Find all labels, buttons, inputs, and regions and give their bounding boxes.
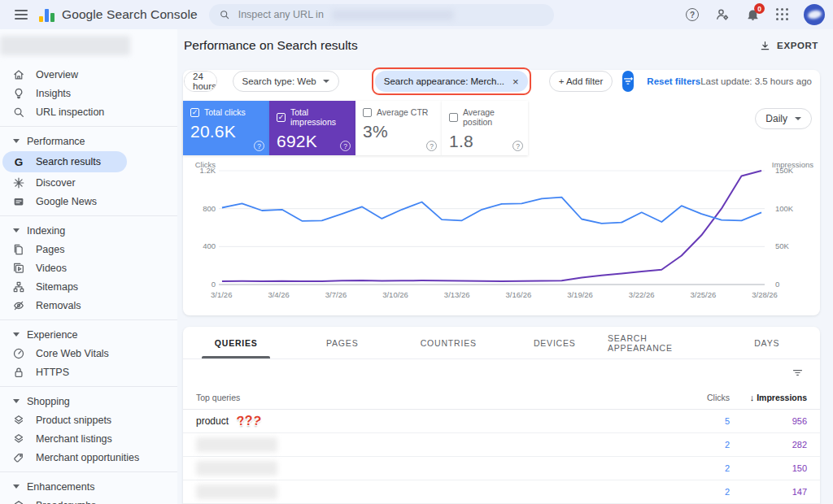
property-selector-redacted[interactable] (0, 36, 130, 55)
google-news-icon (12, 195, 25, 208)
sidebar-item-pages[interactable]: Pages (0, 240, 177, 259)
sidebar-item-label: Pages (36, 244, 64, 255)
impressions-value: 956 (730, 416, 807, 426)
chart-plot-area (219, 170, 765, 285)
page-title: Performance on Search results (184, 38, 358, 53)
sidebar-divider (0, 319, 177, 320)
sidebar-section-enhancements[interactable]: Enhancements (0, 477, 177, 496)
help-button[interactable]: ? (683, 6, 701, 24)
sidebar-item-core-web-vitals[interactable]: Core Web Vitals (0, 344, 177, 363)
granularity-dropdown[interactable]: Daily (755, 108, 812, 129)
notifications-button[interactable]: 0 (744, 6, 761, 24)
chevron-down-icon (13, 484, 20, 489)
sidebar-item-sitemaps[interactable]: Sitemaps (0, 277, 177, 296)
tab-devices[interactable]: DEVICES (502, 327, 608, 358)
sidebar-item-label: Breadcrumbs (36, 500, 96, 504)
pages-doc-icon (12, 243, 25, 256)
sidebar-item-removals[interactable]: Removals (0, 296, 177, 315)
search-appearance-chip[interactable]: Search appearance: Merch... × (375, 71, 528, 92)
filter-settings-button[interactable] (622, 71, 634, 92)
close-icon[interactable]: × (512, 76, 519, 88)
column-impressions[interactable]: ↓Impressions (730, 393, 807, 402)
sidebar-item-https[interactable]: HTTPS (0, 363, 177, 381)
total-impressions-card[interactable]: ✓ Total impressions 692K ? (269, 101, 355, 155)
sidebar-divider (0, 126, 177, 127)
sidebar-item-product-snippets[interactable]: Product snippets (0, 411, 177, 429)
eye-off-icon (12, 299, 25, 312)
checkbox-unchecked-icon[interactable] (449, 113, 458, 122)
add-filter-button[interactable]: + Add filter (549, 71, 613, 92)
sidebar-item-videos[interactable]: Videos (0, 259, 177, 277)
column-clicks[interactable]: Clicks (640, 393, 730, 402)
sidebar-item-merchant-listings[interactable]: Merchant listings (0, 429, 177, 448)
sidebar-item-insights[interactable]: Insights (0, 84, 177, 102)
metric-label: Total impressions (290, 107, 348, 127)
account-avatar[interactable] (804, 4, 825, 25)
help-icon[interactable]: ? (254, 141, 264, 151)
redacted-query (196, 461, 277, 476)
metric-value: 692K (277, 132, 348, 151)
app-top-bar: Google Search Console Inspect any URL in… (0, 0, 833, 29)
section-label: Enhancements (27, 481, 94, 493)
sidebar-item-merchant-opportunities[interactable]: Merchant opportunities (0, 448, 177, 467)
filter-list-icon[interactable] (792, 367, 804, 379)
url-inspect-input[interactable]: Inspect any URL in (209, 4, 554, 26)
performance-chart-svg (219, 170, 765, 285)
chevron-down-icon (323, 80, 329, 83)
section-label: Indexing (27, 225, 65, 237)
total-clicks-card[interactable]: ✓ Total clicks 20.6K ? (183, 101, 269, 155)
clicks-line (222, 198, 761, 224)
sidebar-item-url-inspection[interactable]: URL inspection (0, 102, 177, 121)
sidebar-item-search-results[interactable]: G Search results (2, 151, 127, 172)
checkbox-checked-icon[interactable]: ✓ (277, 113, 286, 122)
sidebar-item-breadcrumbs[interactable]: Breadcrumbs (0, 496, 177, 504)
chevron-down-icon (795, 117, 801, 120)
tab-queries[interactable]: QUERIES (183, 327, 290, 358)
sidebar-section-performance[interactable]: Performance (0, 132, 177, 150)
table-row[interactable]: 2 147 (183, 480, 820, 504)
help-icon[interactable]: ? (340, 141, 351, 151)
sidebar-item-label: Videos (36, 263, 67, 274)
tab-pages[interactable]: PAGES (290, 327, 396, 358)
sidebar-item-discover[interactable]: Discover (0, 173, 177, 192)
export-button[interactable]: EXPORT (759, 40, 818, 52)
help-icon[interactable]: ? (426, 141, 437, 151)
column-top-queries[interactable]: Top queries (196, 393, 640, 402)
hamburger-menu-icon[interactable] (11, 4, 33, 25)
sidebar-item-overview[interactable]: Overview (0, 65, 177, 84)
checkbox-checked-icon[interactable]: ✓ (190, 108, 199, 117)
metric-label: Average position (463, 107, 521, 127)
range-24-hours[interactable]: 24 hours (185, 72, 217, 91)
clicks-value: 2 (640, 440, 730, 450)
main-content: Performance on Search results EXPORT 24 … (177, 29, 833, 504)
google-apps-button[interactable] (774, 6, 792, 24)
chevron-down-icon (13, 228, 20, 232)
tab-days[interactable]: DAYS (714, 327, 821, 358)
user-settings-button[interactable] (713, 6, 731, 24)
section-label: Experience (27, 329, 78, 341)
checkbox-unchecked-icon[interactable] (363, 108, 372, 117)
download-icon (759, 40, 771, 52)
help-icon[interactable]: ? (512, 141, 523, 151)
sidebar-item-label: Merchant opportunities (36, 452, 139, 463)
sidebar-item-google-news[interactable]: Google News (0, 192, 177, 211)
search-type-chip[interactable]: Search type: Web (233, 71, 339, 92)
sidebar-section-shopping[interactable]: Shopping (0, 392, 177, 411)
table-row[interactable]: 2 282 (183, 433, 820, 457)
tab-search-appearance[interactable]: SEARCH APPEARANCE (608, 327, 714, 358)
dimension-tabs: QUERIES PAGES COUNTRIES DEVICES SEARCH A… (183, 327, 820, 359)
sidebar-section-indexing[interactable]: Indexing (0, 221, 177, 240)
tab-countries[interactable]: COUNTRIES (395, 327, 502, 358)
right-axis: Impressions 150K 100K 50K 0 (768, 160, 813, 305)
sidebar-item-label: Insights (36, 88, 71, 99)
last-update-status: Last update: 3.5 hours ago (700, 76, 812, 86)
average-position-card[interactable]: Average position 1.8 ? (442, 101, 528, 155)
reset-filters-button[interactable]: Reset filters (647, 76, 700, 86)
sidebar-item-label: Sitemaps (36, 281, 78, 293)
sidebar: Overview Insights URL inspection Perform… (0, 29, 177, 504)
sidebar-section-experience[interactable]: Experience (0, 325, 177, 344)
table-row[interactable]: 2 150 (183, 457, 820, 480)
query-text[interactable]: product (196, 415, 229, 427)
table-row[interactable]: product ??? 5 956 (183, 410, 820, 433)
average-ctr-card[interactable]: Average CTR 3% ? (355, 101, 442, 155)
